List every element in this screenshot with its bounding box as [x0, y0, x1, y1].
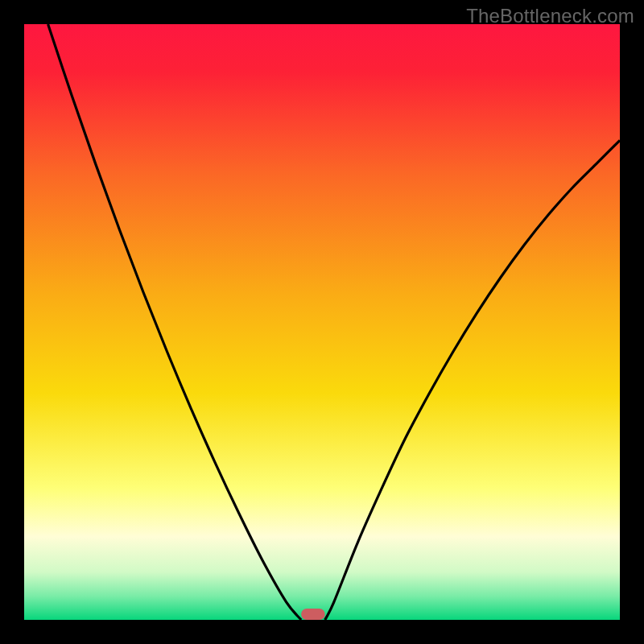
optimum-marker [301, 609, 325, 620]
watermark-text: TheBottleneck.com [466, 5, 634, 27]
bottleneck-chart [0, 0, 644, 644]
plot-background [24, 24, 620, 620]
chart-frame: { "watermark": "TheBottleneck.com", "cha… [0, 0, 644, 644]
